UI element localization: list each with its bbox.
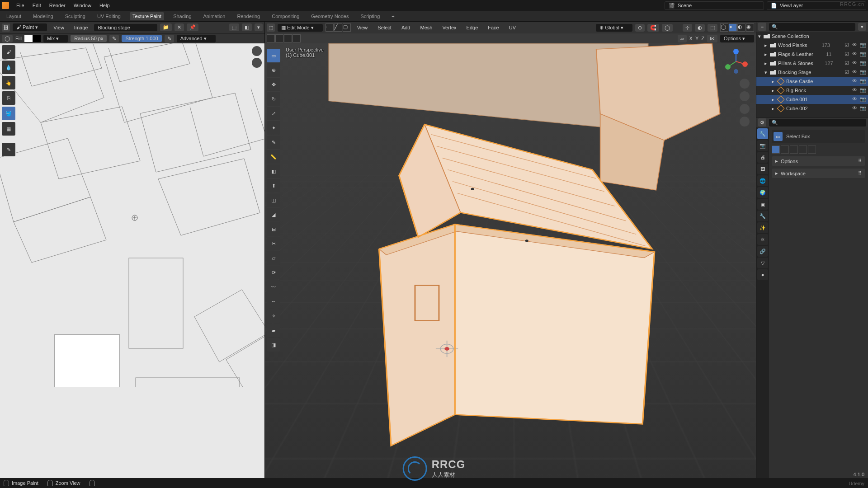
props-type-icon[interactable]: ⚙ xyxy=(758,118,766,127)
mini-4[interactable] xyxy=(799,145,807,154)
tool-fill[interactable]: 🪣 xyxy=(2,107,15,120)
new-image-button[interactable]: ✕ xyxy=(175,23,184,31)
tool-spin[interactable]: ⟳ xyxy=(267,266,280,279)
ptab-constraints[interactable]: 🔗 xyxy=(757,246,768,257)
tool-knife[interactable]: ✂ xyxy=(267,237,280,250)
mode-dropdown[interactable]: 🖌 Paint ▾ xyxy=(13,23,47,31)
panel-options[interactable]: ▸Options⠿ xyxy=(772,156,865,166)
tool-select-box[interactable]: ▭ xyxy=(267,49,280,62)
axis-y[interactable]: Y xyxy=(695,36,698,41)
ptab-data[interactable]: ▽ xyxy=(757,258,768,268)
mesh-display-2[interactable] xyxy=(275,34,283,42)
mini-3[interactable] xyxy=(790,145,798,154)
tab-uv-editing[interactable]: UV Editing xyxy=(94,12,123,20)
outliner-type-icon[interactable]: ≡ xyxy=(758,23,766,31)
tool-measure[interactable]: 📏 xyxy=(267,150,280,164)
object-cube-001[interactable]: ▸Cube.001👁📷 xyxy=(756,95,868,104)
tab-add[interactable]: + xyxy=(389,12,397,20)
radius-pressure-icon[interactable]: ✎ xyxy=(109,35,119,42)
tool-shrink[interactable]: ✧ xyxy=(267,309,280,323)
menu-mesh[interactable]: Mesh xyxy=(416,23,436,32)
mask-button[interactable]: ◧ xyxy=(242,23,252,31)
pan-icon[interactable] xyxy=(252,58,262,68)
transform-orientation[interactable]: ⊕ Global ▾ xyxy=(596,24,632,32)
perspective-toggle-icon[interactable] xyxy=(740,117,750,127)
tab-texture-paint[interactable]: Texture Paint xyxy=(130,12,164,20)
primary-color[interactable] xyxy=(24,35,33,42)
face-select-mode[interactable]: ▢ xyxy=(343,23,351,32)
ptab-physics[interactable]: ⚛ xyxy=(757,234,768,245)
auto-merge-icon[interactable]: ⋈ xyxy=(707,35,717,42)
ptab-viewlayer[interactable]: 🖼 xyxy=(757,164,768,174)
tool-annotate-3d[interactable]: ✎ xyxy=(267,136,280,149)
menu-vertex[interactable]: Vertex xyxy=(439,23,460,32)
advanced-dropdown[interactable]: Advanced ▾ xyxy=(177,35,216,42)
menu-edit[interactable]: Edit xyxy=(29,1,45,9)
rendered-shading[interactable]: ◉ xyxy=(746,23,754,32)
tool-bevel[interactable]: ◢ xyxy=(267,208,280,221)
scene-selector[interactable]: 🎬Scene xyxy=(665,1,764,10)
mesh-display-4[interactable] xyxy=(292,34,301,42)
xray-toggle[interactable]: ⬚ xyxy=(708,24,717,32)
tab-rendering[interactable]: Rendering xyxy=(234,12,263,20)
filter-icon[interactable]: ▾ xyxy=(858,23,866,31)
outliner-search[interactable]: 🔍 xyxy=(769,23,855,31)
menu-image-left[interactable]: Image xyxy=(71,23,92,32)
edge-select-mode[interactable]: ╱ xyxy=(334,23,342,32)
tool-scale[interactable]: ⤢ xyxy=(267,107,280,120)
ptab-object[interactable]: ▣ xyxy=(757,199,768,210)
wireframe-shading[interactable]: ◯ xyxy=(720,23,728,32)
menu-select[interactable]: Select xyxy=(374,23,395,32)
ptab-world[interactable]: 🌍 xyxy=(757,187,768,198)
vertex-select-mode[interactable]: · xyxy=(326,23,334,32)
color-swatch[interactable] xyxy=(24,35,41,42)
ptab-tool[interactable]: 🔧 xyxy=(757,128,768,139)
tool-rotate[interactable]: ↻ xyxy=(267,92,280,106)
tab-animation[interactable]: Animation xyxy=(201,12,228,20)
tool-cursor[interactable]: ⊕ xyxy=(267,63,280,77)
props-search[interactable]: 🔍 xyxy=(769,119,866,127)
mesh-display-3[interactable] xyxy=(284,34,292,42)
pin-image-button[interactable]: 📌 xyxy=(187,23,198,31)
uv-canvas[interactable] xyxy=(0,43,264,478)
tool-clone[interactable]: ⎘ xyxy=(2,91,15,105)
zoom-icon[interactable] xyxy=(252,46,262,56)
tool-loop-cut[interactable]: ⊟ xyxy=(267,222,280,236)
menu-view-left[interactable]: View xyxy=(50,23,68,32)
ptab-output[interactable]: 🖨 xyxy=(757,152,768,163)
collection-wood-planks[interactable]: ▸Wood Planks173 ☑👁📷 xyxy=(756,41,868,50)
object-base-castle[interactable]: ▸Base Castle👁📷 xyxy=(756,77,868,86)
menu-add[interactable]: Add xyxy=(398,23,414,32)
tool-add-cube[interactable]: ◧ xyxy=(267,164,280,178)
mini-1[interactable] xyxy=(772,145,780,154)
pivot-icon[interactable]: ⊙ xyxy=(635,24,645,32)
mirror-icon[interactable]: ▱ xyxy=(678,35,687,42)
menu-help[interactable]: Help xyxy=(96,1,113,9)
scene-collection-row[interactable]: ▾Scene Collection xyxy=(756,32,868,41)
ptab-scene[interactable]: 🌐 xyxy=(757,175,768,186)
tab-sculpting[interactable]: Sculpting xyxy=(62,12,88,20)
slot-button[interactable]: ⬚ xyxy=(229,23,239,31)
strength-pressure-icon[interactable]: ✎ xyxy=(165,35,174,42)
collection-flags-leather[interactable]: ▸Flags & Leather11 ☑👁📷 xyxy=(756,50,868,59)
gizmo-toggle[interactable]: ⊹ xyxy=(683,24,692,32)
tool-edge-slide[interactable]: ↔ xyxy=(267,295,280,308)
outliner-search-input[interactable] xyxy=(780,24,853,29)
strength-field[interactable]: Strength 1.000 xyxy=(122,35,161,42)
tab-compositing[interactable]: Compositing xyxy=(269,12,302,20)
editor-type-icon[interactable]: 🖼 xyxy=(2,23,10,32)
tool-transform[interactable]: ✦ xyxy=(267,121,280,135)
solid-shading[interactable]: ● xyxy=(729,23,737,32)
object-cube-002[interactable]: ▸Cube.002👁📷 xyxy=(756,104,868,113)
menu-render[interactable]: Render xyxy=(46,1,69,9)
mini-5[interactable] xyxy=(808,145,816,154)
interaction-mode[interactable]: ▦ Edit Mode ▾ xyxy=(278,24,323,32)
pan-3d-icon[interactable] xyxy=(740,91,750,101)
viewport-3d[interactable]: User Perspective (1) Cube.001 xyxy=(265,43,756,478)
viewlayer-selector[interactable]: 📄ViewLayer xyxy=(767,1,866,10)
tool-draw[interactable]: 🖌 xyxy=(2,45,15,59)
radius-field[interactable]: Radius 50 px xyxy=(71,35,107,42)
tool-mask[interactable]: ▦ xyxy=(2,122,15,136)
axis-z[interactable]: Z xyxy=(701,36,704,41)
tab-geometry-nodes[interactable]: Geometry Nodes xyxy=(308,12,351,20)
